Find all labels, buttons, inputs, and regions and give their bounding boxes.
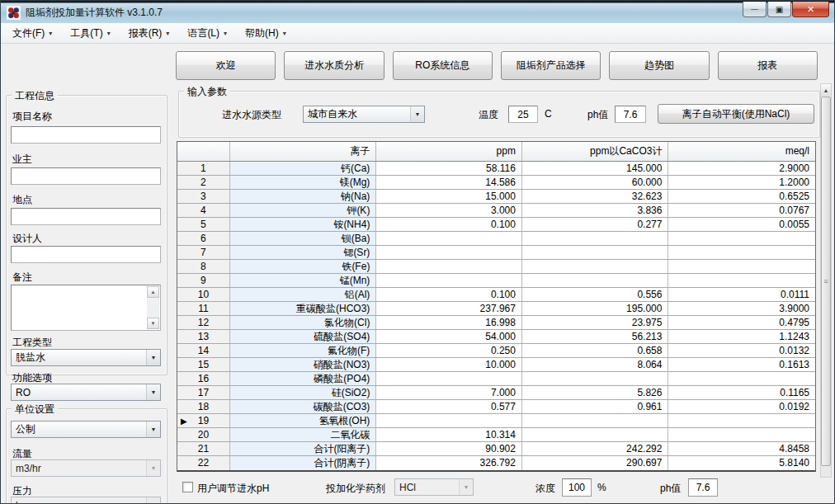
tab-ro-system-info[interactable]: RO系统信息 [393,51,493,80]
temperature-input[interactable] [508,106,538,123]
ppm-caco3-cell[interactable] [522,428,669,441]
ppm-cell[interactable]: 3.000 [376,204,522,217]
meq-cell[interactable] [668,414,815,427]
flow-unit-select[interactable]: m3/hr ▼ [11,459,161,477]
ppm-cell[interactable]: 54.000 [376,330,522,343]
ion-name-cell[interactable]: 合计(阴离子) [230,456,377,470]
tab-welcome[interactable]: 欢迎 [176,51,276,80]
ppm-caco3-cell[interactable]: 0.277 [522,218,669,231]
ppm-cell[interactable]: 14.586 [376,176,522,189]
ppm-cell[interactable]: 237.967 [376,302,522,315]
menu-help[interactable]: 帮助(H) ▾ [240,24,291,43]
maximize-button[interactable]: ▣ [767,2,791,17]
ion-name-cell[interactable]: 硝酸盐(NO3) [230,358,377,371]
ion-name-cell[interactable]: 铝(Al) [230,288,377,301]
ppm-cell[interactable]: 0.100 [376,218,522,231]
ion-name-cell[interactable]: 碳酸盐(CO3) [230,400,377,413]
meq-cell[interactable]: 0.1165 [668,386,815,399]
row-selector-cell[interactable]: 16 [177,372,230,385]
concentration-input[interactable]: 100 [562,478,592,497]
ppm-caco3-cell[interactable] [522,260,669,273]
minimize-button[interactable]: — [743,2,767,17]
scroll-up-icon[interactable]: ▲ [147,286,159,298]
project-type-select[interactable]: 脱盐水 ▼ [11,349,161,366]
row-selector-cell[interactable]: 8 [177,260,230,273]
table-row[interactable]: 8铁(Fe) [177,260,815,274]
owner-input[interactable] [11,167,161,185]
meq-cell[interactable]: 4.8458 [668,442,815,455]
meq-cell[interactable] [668,232,815,245]
row-selector-cell[interactable]: ▶19 [177,414,230,427]
row-selector-cell[interactable]: 4 [177,204,230,217]
row-selector-cell[interactable]: 20 [177,428,230,441]
chemical-select[interactable]: HCl ▼ [394,478,474,496]
designer-input[interactable] [11,246,161,263]
table-row[interactable]: 20二氧化碳10.314 [177,428,815,442]
ppm-cell[interactable] [376,232,522,245]
row-selector-cell[interactable]: 9 [177,274,230,287]
tab-report[interactable]: 报表 [718,51,818,80]
ion-name-cell[interactable]: 钠(Na) [230,190,377,203]
scroll-down-icon[interactable]: ▼ [147,318,159,329]
project-name-input[interactable] [11,126,161,144]
meq-cell[interactable] [668,260,815,273]
remarks-scrollbar[interactable]: ▲ ▼ [147,286,159,329]
tab-antiscalant-product-selection[interactable]: 阻垢剂产品选择 [501,51,601,80]
row-selector-cell[interactable]: 17 [177,386,230,399]
ppm-cell[interactable] [376,372,522,385]
meq-cell[interactable]: 0.0767 [668,204,815,217]
row-selector-cell[interactable]: 14 [177,344,230,357]
unit-system-select[interactable]: 公制 ▼ [11,421,161,438]
ppm-cell[interactable]: 16.998 [376,316,522,329]
location-input[interactable] [11,208,161,225]
table-row[interactable]: 18碳酸盐(CO3)0.5770.9610.0192 [177,400,815,414]
meq-cell[interactable]: 0.0111 [668,288,815,301]
ppm-cell[interactable]: 0.577 [376,400,522,413]
table-row[interactable]: 13硫酸盐(SO4)54.00056.2131.1243 [177,330,815,344]
ppm-caco3-cell[interactable]: 5.826 [522,386,669,399]
ion-name-cell[interactable]: 铁(Fe) [230,260,377,273]
ppm-caco3-cell[interactable]: 32.623 [522,190,669,203]
meq-cell[interactable]: 0.4795 [668,316,815,329]
ppm-caco3-cell[interactable]: 3.836 [522,204,669,217]
row-selector-cell[interactable]: 2 [177,176,230,189]
meq-cell[interactable]: 0.6525 [668,190,815,203]
tab-trend-chart[interactable]: 趋势图 [609,51,709,80]
table-row[interactable]: 12氯化物(Cl)16.99823.9750.4795 [177,316,815,330]
ph-input[interactable] [615,106,646,123]
water-source-select[interactable]: 城市自来水 ▼ [303,106,425,123]
row-selector-cell[interactable]: 11 [177,302,230,315]
menu-file[interactable]: 文件(F) ▾ [7,24,57,43]
pressure-unit-select[interactable]: bar ▼ [11,497,161,504]
function-option-select[interactable]: RO ▼ [11,384,161,401]
table-row[interactable]: 3钠(Na)15.00032.6230.6525 [177,190,815,204]
menu-tools[interactable]: 工具(T) ▾ [65,24,115,43]
meq-cell[interactable]: 1.2000 [668,176,815,189]
row-selector-cell[interactable]: 6 [177,232,230,245]
close-button[interactable]: ✕ [792,2,829,17]
ion-name-cell[interactable]: 氯化物(Cl) [230,316,377,329]
menu-language[interactable]: 语言(L) ▾ [182,24,232,43]
menu-reports[interactable]: 报表(R) ▾ [124,24,175,43]
vertical-scrollbar[interactable]: ▲ ≡ [820,83,832,478]
header-ppm-caco3[interactable]: ppm以CaCO3计 [522,142,669,161]
header-ion[interactable]: 离子 [230,142,377,161]
ppm-caco3-cell[interactable]: 60.000 [522,176,669,189]
meq-cell[interactable] [668,274,815,287]
meq-cell[interactable]: 0.0192 [668,400,815,413]
meq-cell[interactable]: 0.1613 [668,358,815,371]
ppm-cell[interactable]: 7.000 [376,386,522,399]
meq-cell[interactable]: 2.9000 [668,162,815,175]
ion-name-cell[interactable]: 钾(K) [230,204,377,217]
header-row-selector[interactable] [177,142,230,161]
row-selector-cell[interactable]: 7 [177,246,230,259]
ppm-caco3-cell[interactable]: 195.000 [522,302,669,315]
row-selector-cell[interactable]: 15 [177,358,230,371]
ion-name-cell[interactable]: 钡(Ba) [230,232,377,245]
ppm-caco3-cell[interactable]: 0.556 [522,288,669,301]
ppm-cell[interactable]: 326.792 [376,456,522,470]
table-row[interactable]: 4钾(K)3.0003.8360.0767 [177,204,815,218]
ppm-caco3-cell[interactable]: 145.000 [522,162,669,175]
row-selector-cell[interactable]: 21 [177,442,230,455]
table-row[interactable]: 16磷酸盐(PO4) [177,372,815,386]
